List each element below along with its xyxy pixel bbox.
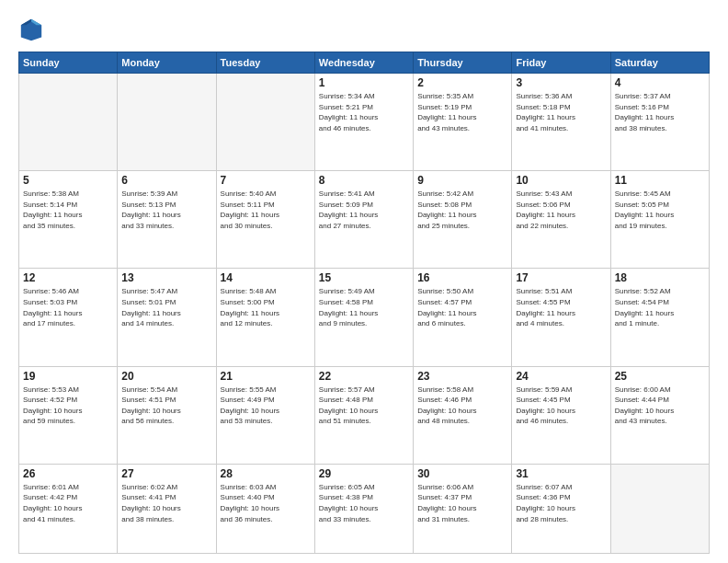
day-number: 23 <box>417 370 507 383</box>
calendar-cell: 9Sunrise: 5:42 AM Sunset: 5:08 PM Daylig… <box>414 171 512 269</box>
day-info: Sunrise: 5:35 AM Sunset: 5:19 PM Dayligh… <box>417 91 507 133</box>
day-info: Sunrise: 5:51 AM Sunset: 4:55 PM Dayligh… <box>516 286 606 328</box>
day-info: Sunrise: 6:05 AM Sunset: 4:38 PM Dayligh… <box>319 482 409 524</box>
calendar-cell: 2Sunrise: 5:35 AM Sunset: 5:19 PM Daylig… <box>414 74 512 171</box>
weekday-header-tuesday: Tuesday <box>216 52 314 74</box>
day-info: Sunrise: 5:49 AM Sunset: 4:58 PM Dayligh… <box>319 286 409 328</box>
week-row-2: 5Sunrise: 5:38 AM Sunset: 5:14 PM Daylig… <box>19 171 710 269</box>
calendar-cell: 27Sunrise: 6:02 AM Sunset: 4:41 PM Dayli… <box>118 464 216 553</box>
header <box>18 17 710 42</box>
calendar-cell: 22Sunrise: 5:57 AM Sunset: 4:48 PM Dayli… <box>314 366 413 464</box>
day-number: 1 <box>319 76 409 89</box>
logo-icon <box>18 17 44 42</box>
day-number: 28 <box>221 467 311 480</box>
day-number: 4 <box>615 76 705 89</box>
calendar-cell: 19Sunrise: 5:53 AM Sunset: 4:52 PM Dayli… <box>19 366 118 464</box>
weekday-header-saturday: Saturday <box>610 52 709 74</box>
calendar-cell: 16Sunrise: 5:50 AM Sunset: 4:57 PM Dayli… <box>414 269 512 366</box>
day-info: Sunrise: 5:48 AM Sunset: 5:00 PM Dayligh… <box>221 286 311 328</box>
calendar-cell: 15Sunrise: 5:49 AM Sunset: 4:58 PM Dayli… <box>314 269 413 366</box>
weekday-header-monday: Monday <box>118 52 216 74</box>
weekday-header-wednesday: Wednesday <box>314 52 413 74</box>
calendar-cell: 13Sunrise: 5:47 AM Sunset: 5:01 PM Dayli… <box>118 269 216 366</box>
logo <box>18 17 48 42</box>
day-number: 20 <box>121 370 211 383</box>
calendar-cell: 6Sunrise: 5:39 AM Sunset: 5:13 PM Daylig… <box>118 171 216 269</box>
day-number: 9 <box>417 174 507 187</box>
day-number: 11 <box>615 174 705 187</box>
day-info: Sunrise: 6:00 AM Sunset: 4:44 PM Dayligh… <box>615 385 705 427</box>
calendar-cell <box>118 74 216 171</box>
day-info: Sunrise: 5:43 AM Sunset: 5:06 PM Dayligh… <box>516 189 606 231</box>
calendar-cell <box>19 74 118 171</box>
calendar-cell: 18Sunrise: 5:52 AM Sunset: 4:54 PM Dayli… <box>610 269 709 366</box>
calendar-cell: 14Sunrise: 5:48 AM Sunset: 5:00 PM Dayli… <box>216 269 314 366</box>
calendar-cell: 8Sunrise: 5:41 AM Sunset: 5:09 PM Daylig… <box>314 171 413 269</box>
calendar-cell: 26Sunrise: 6:01 AM Sunset: 4:42 PM Dayli… <box>19 464 118 553</box>
day-info: Sunrise: 5:53 AM Sunset: 4:52 PM Dayligh… <box>23 385 113 427</box>
day-info: Sunrise: 5:36 AM Sunset: 5:18 PM Dayligh… <box>516 91 606 133</box>
calendar-cell: 1Sunrise: 5:34 AM Sunset: 5:21 PM Daylig… <box>314 74 413 171</box>
day-number: 5 <box>23 174 113 187</box>
day-number: 22 <box>319 370 409 383</box>
day-info: Sunrise: 5:46 AM Sunset: 5:03 PM Dayligh… <box>23 286 113 328</box>
calendar-cell <box>216 74 314 171</box>
day-number: 21 <box>221 370 311 383</box>
calendar-cell: 17Sunrise: 5:51 AM Sunset: 4:55 PM Dayli… <box>512 269 610 366</box>
day-number: 26 <box>23 467 113 480</box>
calendar-cell: 4Sunrise: 5:37 AM Sunset: 5:16 PM Daylig… <box>610 74 709 171</box>
weekday-header-row: SundayMondayTuesdayWednesdayThursdayFrid… <box>19 52 710 74</box>
day-number: 19 <box>23 370 113 383</box>
calendar-cell: 7Sunrise: 5:40 AM Sunset: 5:11 PM Daylig… <box>216 171 314 269</box>
calendar-table: SundayMondayTuesdayWednesdayThursdayFrid… <box>18 52 710 554</box>
calendar-cell: 21Sunrise: 5:55 AM Sunset: 4:49 PM Dayli… <box>216 366 314 464</box>
week-row-3: 12Sunrise: 5:46 AM Sunset: 5:03 PM Dayli… <box>19 269 710 366</box>
day-number: 15 <box>319 271 409 284</box>
day-number: 30 <box>417 467 507 480</box>
day-number: 2 <box>417 76 507 89</box>
day-number: 10 <box>516 174 606 187</box>
day-number: 25 <box>615 370 705 383</box>
day-info: Sunrise: 6:02 AM Sunset: 4:41 PM Dayligh… <box>121 482 211 524</box>
day-info: Sunrise: 5:54 AM Sunset: 4:51 PM Dayligh… <box>121 385 211 427</box>
day-info: Sunrise: 5:58 AM Sunset: 4:46 PM Dayligh… <box>417 385 507 427</box>
calendar-cell: 11Sunrise: 5:45 AM Sunset: 5:05 PM Dayli… <box>610 171 709 269</box>
day-number: 29 <box>319 467 409 480</box>
day-number: 31 <box>516 467 606 480</box>
day-info: Sunrise: 5:40 AM Sunset: 5:11 PM Dayligh… <box>221 189 311 231</box>
calendar-cell: 24Sunrise: 5:59 AM Sunset: 4:45 PM Dayli… <box>512 366 610 464</box>
day-number: 12 <box>23 271 113 284</box>
calendar-cell: 3Sunrise: 5:36 AM Sunset: 5:18 PM Daylig… <box>512 74 610 171</box>
day-info: Sunrise: 5:57 AM Sunset: 4:48 PM Dayligh… <box>319 385 409 427</box>
week-row-4: 19Sunrise: 5:53 AM Sunset: 4:52 PM Dayli… <box>19 366 710 464</box>
calendar-cell: 31Sunrise: 6:07 AM Sunset: 4:36 PM Dayli… <box>512 464 610 553</box>
day-number: 17 <box>516 271 606 284</box>
day-info: Sunrise: 5:50 AM Sunset: 4:57 PM Dayligh… <box>417 286 507 328</box>
weekday-header-sunday: Sunday <box>19 52 118 74</box>
day-info: Sunrise: 6:03 AM Sunset: 4:40 PM Dayligh… <box>221 482 311 524</box>
calendar-cell: 28Sunrise: 6:03 AM Sunset: 4:40 PM Dayli… <box>216 464 314 553</box>
day-info: Sunrise: 5:39 AM Sunset: 5:13 PM Dayligh… <box>121 189 211 231</box>
day-info: Sunrise: 5:52 AM Sunset: 4:54 PM Dayligh… <box>615 286 705 328</box>
day-number: 8 <box>319 174 409 187</box>
day-number: 7 <box>221 174 311 187</box>
day-info: Sunrise: 5:47 AM Sunset: 5:01 PM Dayligh… <box>121 286 211 328</box>
day-number: 18 <box>615 271 705 284</box>
day-info: Sunrise: 5:45 AM Sunset: 5:05 PM Dayligh… <box>615 189 705 231</box>
calendar-cell <box>610 464 709 553</box>
week-row-1: 1Sunrise: 5:34 AM Sunset: 5:21 PM Daylig… <box>19 74 710 171</box>
day-number: 3 <box>516 76 606 89</box>
weekday-header-friday: Friday <box>512 52 610 74</box>
day-info: Sunrise: 6:06 AM Sunset: 4:37 PM Dayligh… <box>417 482 507 524</box>
calendar-page: SundayMondayTuesdayWednesdayThursdayFrid… <box>0 0 728 563</box>
day-info: Sunrise: 6:07 AM Sunset: 4:36 PM Dayligh… <box>516 482 606 524</box>
day-number: 27 <box>121 467 211 480</box>
calendar-cell: 12Sunrise: 5:46 AM Sunset: 5:03 PM Dayli… <box>19 269 118 366</box>
day-info: Sunrise: 5:37 AM Sunset: 5:16 PM Dayligh… <box>615 91 705 133</box>
weekday-header-thursday: Thursday <box>414 52 512 74</box>
day-info: Sunrise: 5:38 AM Sunset: 5:14 PM Dayligh… <box>23 189 113 231</box>
calendar-cell: 25Sunrise: 6:00 AM Sunset: 4:44 PM Dayli… <box>610 366 709 464</box>
calendar-cell: 5Sunrise: 5:38 AM Sunset: 5:14 PM Daylig… <box>19 171 118 269</box>
day-info: Sunrise: 6:01 AM Sunset: 4:42 PM Dayligh… <box>23 482 113 524</box>
day-number: 14 <box>221 271 311 284</box>
